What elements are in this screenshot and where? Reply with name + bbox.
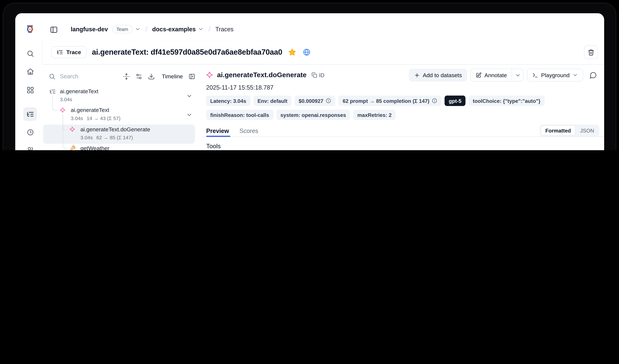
badge-row-1: Latency: 3.04s Env: default $0.000927 62…: [206, 95, 544, 106]
observation-title: ai.generateText.doGenerate: [217, 71, 307, 79]
chevron-down-icon: [515, 72, 521, 78]
tab-scores[interactable]: Scores: [239, 127, 258, 134]
model-badge[interactable]: gpt-5: [445, 95, 466, 106]
panel-close-icon: [188, 73, 195, 80]
screen: langfuse-dev Team / docs-examples / Trac…: [0, 0, 619, 150]
breadcrumb: langfuse-dev Team / docs-examples / Trac…: [71, 18, 234, 40]
bookmark-star-button[interactable]: [288, 48, 297, 57]
list-tree-icon: [57, 49, 63, 55]
tree-connector: [52, 96, 57, 111]
delete-trace-button[interactable]: [584, 45, 598, 59]
tool-wrench-icon: [70, 145, 75, 150]
nav-rail: [15, 40, 42, 150]
home-icon: [26, 68, 34, 75]
langfuse-logo-icon[interactable]: [25, 24, 35, 34]
search-icon: [49, 73, 55, 80]
format-json-option[interactable]: JSON: [576, 125, 598, 136]
tools-heading: Tools: [206, 143, 221, 150]
trace-badge-label: Trace: [66, 49, 81, 55]
terminal-icon: [532, 72, 538, 78]
trace-node-icon: [49, 88, 56, 95]
breadcrumb-project[interactable]: langfuse-dev: [71, 26, 108, 32]
trace-type-badge: Trace: [51, 46, 86, 58]
detail-header: ai.generateText.doGenerate ID Add to dat…: [206, 68, 599, 82]
generation-sparkle-icon: [206, 71, 213, 79]
download-icon: [148, 73, 155, 80]
timeline-toggle[interactable]: Timeline: [162, 73, 183, 80]
nav-search-button[interactable]: [23, 47, 37, 60]
panel-left-icon: [50, 26, 58, 34]
badge-row-2: finishReason: tool-calls system: openai.…: [206, 110, 396, 120]
detail-actions: Add to datasets Annotate Playground: [409, 69, 599, 82]
tree-connector: [63, 114, 67, 149]
format-formatted-option[interactable]: Formatted: [541, 125, 576, 136]
tree-node-meta: 3.04s: [60, 97, 72, 102]
pen-square-icon: [476, 72, 482, 78]
finish-reason-badge: finishReason: tool-calls: [206, 110, 273, 120]
tokens-badge: 62 prompt → 85 completion (Σ 147): [339, 95, 441, 106]
trash-icon: [588, 49, 594, 56]
users-icon: [26, 146, 34, 150]
copy-id-button[interactable]: ID: [311, 72, 324, 78]
comments-button[interactable]: [587, 69, 599, 82]
plus-icon: [414, 72, 420, 78]
tool-choice-badge: toolChoice: {"type":"auto"}: [469, 95, 544, 106]
tree-node-label[interactable]: ai.generateText: [71, 107, 109, 113]
observation-search-input[interactable]: [59, 73, 118, 80]
playground-button[interactable]: Playground: [527, 69, 583, 82]
search-icon: [26, 50, 34, 57]
nav-sessions-button[interactable]: [23, 125, 37, 139]
tree-node-meta: 3.04s62 → 85 (Σ 147): [80, 135, 133, 141]
system-badge: system: openai.responses: [276, 110, 350, 120]
view-settings-button[interactable]: [134, 72, 143, 81]
team-badge: Team: [112, 25, 132, 33]
download-button[interactable]: [147, 72, 156, 81]
nav-tracing-button[interactable]: [23, 107, 37, 121]
observation-detail-panel: ai.generateText.doGenerate ID Add to dat…: [202, 65, 604, 150]
app-window: langfuse-dev Team / docs-examples / Trac…: [15, 13, 604, 150]
observation-tree-panel: Timeline ai.generateText 3.04s ai.genera…: [42, 65, 202, 150]
nav-dashboards-button[interactable]: [23, 83, 37, 97]
list-tree-icon: [26, 110, 34, 118]
tree-node-label[interactable]: getWeather: [80, 145, 109, 150]
active-tab-indicator: [206, 136, 230, 137]
clock-icon: [26, 128, 34, 136]
chevron-down-icon: [186, 93, 193, 99]
unfold-vertical-icon: [123, 73, 130, 80]
annotate-dropdown-button[interactable]: [512, 69, 523, 81]
breadcrumb-separator: /: [209, 25, 210, 33]
chevron-down-icon: [186, 112, 193, 118]
info-icon[interactable]: [432, 98, 437, 104]
add-to-datasets-button[interactable]: Add to datasets: [409, 69, 467, 82]
chevron-down-icon: [572, 72, 578, 78]
sidebar-toggle-button[interactable]: [48, 24, 59, 35]
tree-node-label-selected[interactable]: ai.generateText.doGenerate: [80, 126, 150, 133]
breadcrumb-environment[interactable]: docs-examples: [152, 26, 196, 32]
public-globe-button[interactable]: [302, 48, 311, 57]
grid-icon: [26, 86, 34, 94]
annotate-split-button: Annotate: [470, 69, 524, 82]
star-icon: [288, 48, 296, 56]
trace-title: ai.generateText: df41e597d0a85e0d7a6ae8e…: [92, 48, 282, 57]
chat-bubble-icon: [589, 71, 597, 79]
expand-all-button[interactable]: [122, 72, 131, 81]
collapse-panel-button[interactable]: [187, 72, 196, 81]
nav-home-button[interactable]: [23, 65, 37, 78]
format-toggle: Formatted JSON: [540, 124, 599, 137]
chevron-down-icon[interactable]: [135, 26, 141, 32]
breadcrumb-page[interactable]: Traces: [215, 26, 234, 32]
chevron-down-icon[interactable]: [198, 26, 204, 32]
nav-users-button[interactable]: [23, 143, 37, 150]
annotate-button[interactable]: Annotate: [471, 69, 512, 81]
info-icon[interactable]: [326, 98, 331, 104]
max-retries-badge: maxRetries: 2: [353, 110, 395, 120]
divider: [202, 136, 604, 137]
tab-preview[interactable]: Preview: [206, 127, 229, 134]
collapse-node-button[interactable]: [186, 92, 193, 100]
generation-sparkle-icon: [60, 107, 66, 113]
copy-icon: [311, 72, 317, 78]
detail-tabs: Preview Scores: [206, 125, 258, 136]
collapse-node-button[interactable]: [186, 111, 193, 119]
latency-badge: Latency: 3.04s: [206, 95, 250, 106]
tree-node-label[interactable]: ai.generateText: [60, 88, 98, 94]
